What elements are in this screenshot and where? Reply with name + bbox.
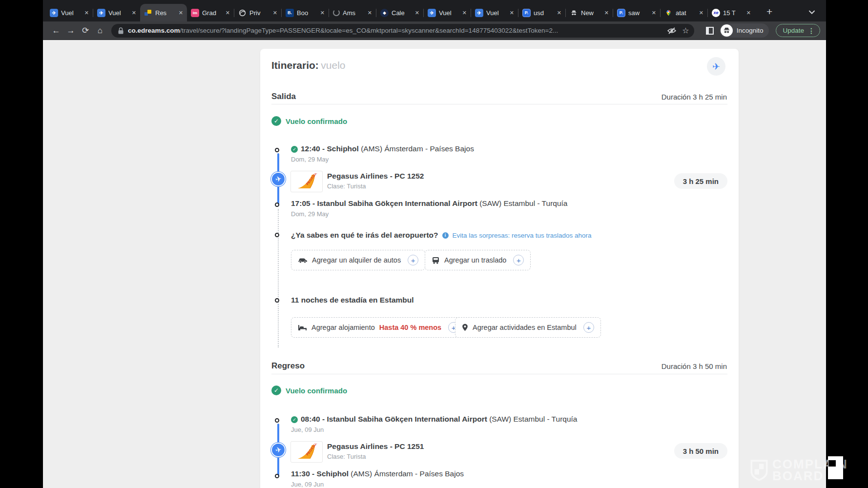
tab-close-icon[interactable]: ✕ xyxy=(368,10,372,16)
inbound-status: ✓ Vuelo confirmado xyxy=(271,386,347,395)
browser-tab-5[interactable]: Priv✕ xyxy=(234,4,281,21)
browser-tab-7[interactable]: Ams✕ xyxy=(329,4,376,21)
plane-marker-icon: ✈ xyxy=(271,443,286,457)
update-button[interactable]: Update ⋮ xyxy=(776,24,820,37)
confirmed-check-icon: ✓ xyxy=(291,416,298,423)
url-text: co.edreams.com/travel/secure/?landingPag… xyxy=(128,27,661,34)
location-pin-icon xyxy=(462,324,468,331)
blue-p-icon: P. xyxy=(522,9,531,17)
outbound-airline: Pegasus Airlines - PC 1252 Clase: Turist… xyxy=(327,172,424,190)
tab-close-icon[interactable]: ✕ xyxy=(179,10,183,16)
tab-close-icon[interactable]: ✕ xyxy=(320,10,325,16)
transfer-link[interactable]: Evita las sorpresas: reserva tus traslad… xyxy=(453,232,592,239)
bookmark-star-icon[interactable]: ☆ xyxy=(682,26,689,35)
browser-tab-14[interactable]: atat✕ xyxy=(661,4,707,21)
add-activities-button[interactable]: Agregar actividades en Estambul + xyxy=(455,317,601,338)
spinner-icon xyxy=(333,9,340,16)
browser-tab-12[interactable]: New✕ xyxy=(566,4,613,21)
xe-icon: xe xyxy=(712,9,720,17)
inbound-heading: Regreso xyxy=(271,361,305,371)
plus-icon[interactable]: + xyxy=(408,255,418,265)
side-panel-icon[interactable] xyxy=(706,27,714,35)
tab-close-icon[interactable]: ✕ xyxy=(510,10,514,16)
edreams-blue-icon: ✈ xyxy=(97,9,105,17)
tab-strip: ✈Vuel✕✈Vuel✕Res✕lmGrad✕Priv✕B.Boo✕Ams✕◆C… xyxy=(46,4,755,21)
pink-im-icon: lm xyxy=(191,9,199,17)
address-bar[interactable]: co.edreams.com/travel/secure/?landingPag… xyxy=(111,24,694,38)
browser-tab-10[interactable]: ✈Vuel✕ xyxy=(471,4,518,21)
tab-close-icon[interactable]: ✕ xyxy=(273,10,277,16)
booking-icon: B. xyxy=(286,9,294,17)
back-button[interactable]: ← xyxy=(49,26,63,36)
page-title: Itinerario: vuelo xyxy=(271,60,346,71)
add-accommodation-button[interactable]: Agregar alojamiento Hasta 40 % menos + xyxy=(291,317,466,338)
car-icon xyxy=(298,257,308,264)
timeline-node xyxy=(275,298,279,303)
outbound-duration-badge: 3 h 25 min xyxy=(674,173,727,189)
add-car-rental-button[interactable]: Agregar un alquiler de autos + xyxy=(291,250,425,270)
browser-tab-2[interactable]: ✈Vuel✕ xyxy=(93,4,140,21)
tab-close-icon[interactable]: ✕ xyxy=(746,10,751,16)
browser-tab-6[interactable]: B.Boo✕ xyxy=(282,4,329,21)
tab-close-icon[interactable]: ✕ xyxy=(462,10,467,16)
browser-tab-11[interactable]: P.usd✕ xyxy=(518,4,565,21)
browser-tab-4[interactable]: lmGrad✕ xyxy=(187,4,234,21)
add-transfer-button[interactable]: Agregar un traslado + xyxy=(425,250,531,270)
watermark-fragment-notch xyxy=(828,460,836,467)
browser-tab-13[interactable]: P.saw✕ xyxy=(613,4,660,21)
browser-tab-3[interactable]: Res✕ xyxy=(140,4,187,21)
tab-close-icon[interactable]: ✕ xyxy=(415,10,419,16)
browser-window: ✈Vuel✕✈Vuel✕Res✕lmGrad✕Priv✕B.Boo✕Ams✕◆C… xyxy=(43,0,826,488)
timeline-node xyxy=(275,203,279,207)
inbound-departure: ✓08:40 - Istanbul Sabiha Gökçen Internat… xyxy=(291,415,577,433)
plus-icon[interactable]: + xyxy=(513,255,524,265)
tab-close-icon[interactable]: ✕ xyxy=(652,10,656,16)
incognito-label: Incognito xyxy=(737,27,764,34)
inbound-airline: Pegasus Airlines - PC 1251 Clase: Turist… xyxy=(327,442,424,460)
reload-button[interactable]: ⟳ xyxy=(78,25,93,36)
page-viewport: Itinerario: vuelo ✈ Salida Duración 3 h … xyxy=(43,40,826,488)
plus-icon[interactable]: + xyxy=(583,322,594,333)
tab-search-chevron-icon[interactable] xyxy=(808,8,815,17)
tab-close-icon[interactable]: ✕ xyxy=(84,10,89,16)
check-circle-icon: ✓ xyxy=(271,386,281,395)
tab-close-icon[interactable]: ✕ xyxy=(132,10,136,16)
browser-tab-9[interactable]: ✈Vuel✕ xyxy=(424,4,471,21)
timeline-node xyxy=(275,148,279,152)
edreams-logo-icon xyxy=(144,9,152,17)
divider xyxy=(271,374,727,374)
browser-toolbar: ← → ⟳ ⌂ co.edreams.com/travel/secure/?la… xyxy=(43,21,826,40)
outbound-departure: ✓12:40 - Schiphol (AMS) Ámsterdam - País… xyxy=(291,144,474,163)
tab-close-icon[interactable]: ✕ xyxy=(226,10,230,16)
shield-icon xyxy=(750,459,768,481)
pegasus-airlines-logo: PEGASUS xyxy=(290,441,323,463)
inbound-duration-badge: 3 h 50 min xyxy=(674,443,727,459)
tab-close-icon[interactable]: ✕ xyxy=(699,10,703,16)
edreams-blue-icon: ✈ xyxy=(475,9,483,17)
shuttle-icon xyxy=(432,257,440,264)
inbound-duration: Duración 3 h 50 min xyxy=(661,362,727,370)
incognito-icon xyxy=(721,24,733,37)
globe-icon xyxy=(238,9,247,17)
timeline-node xyxy=(275,474,279,478)
tab-close-icon[interactable]: ✕ xyxy=(604,10,609,16)
outbound-duration: Duración 3 h 25 min xyxy=(661,93,727,101)
bed-icon xyxy=(298,325,307,331)
browser-tab-1[interactable]: ✈Vuel✕ xyxy=(46,4,93,21)
dark-pin-icon: ◆ xyxy=(380,9,389,17)
menu-kebab-icon[interactable]: ⋮ xyxy=(808,27,815,35)
browser-tab-15[interactable]: xe15 T✕ xyxy=(708,4,755,21)
incognito-icon xyxy=(570,9,578,17)
eye-off-icon[interactable] xyxy=(667,27,676,35)
tab-close-icon[interactable]: ✕ xyxy=(557,10,561,16)
flight-plane-icon[interactable]: ✈ xyxy=(707,57,725,76)
browser-tab-8[interactable]: ◆Cale✕ xyxy=(376,4,423,21)
transfer-question-row: ¿Ya sabes en qué te irás del aeropuerto?… xyxy=(291,231,592,240)
tab-bar: ✈Vuel✕✈Vuel✕Res✕lmGrad✕Priv✕B.Boo✕Ams✕◆C… xyxy=(43,0,826,21)
lock-icon xyxy=(118,27,124,34)
forward-button[interactable]: → xyxy=(63,26,78,36)
pegasus-airlines-logo: PEGASUS xyxy=(290,171,323,192)
blue-p-icon: P. xyxy=(617,9,625,17)
new-tab-button[interactable]: + xyxy=(766,6,772,18)
home-button[interactable]: ⌂ xyxy=(93,26,107,36)
